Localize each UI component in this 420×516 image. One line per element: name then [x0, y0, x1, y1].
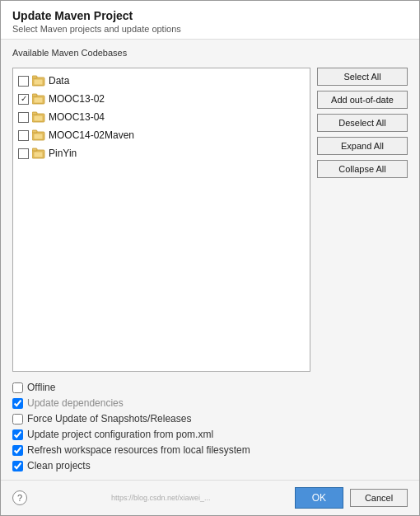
project-name: MOOC13-04 [49, 111, 105, 123]
folder-icon [32, 111, 45, 123]
ok-button[interactable]: OK [295, 487, 343, 509]
dialog-header: Update Maven Project Select Maven projec… [1, 1, 419, 40]
action-buttons: Select All Add out-of-date Deselect All … [317, 68, 408, 372]
dialog-footer: ? https://blog.csdn.net/xiawei_... OK Ca… [1, 480, 419, 515]
option-label-update_deps: Update dependencies [27, 397, 124, 409]
project-name: MOOC13-02 [49, 93, 105, 105]
expand-all-button[interactable]: Expand All [317, 137, 408, 155]
option-label-force_update: Force Update of Snapshots/Releases [27, 413, 191, 425]
watermark: https://blog.csdn.net/xiawei_... [27, 494, 295, 502]
footer-left: ? [12, 490, 27, 505]
list-item[interactable]: MOOC13-02 [13, 90, 310, 108]
list-item[interactable]: MOOC14-02Maven [13, 126, 310, 144]
project-checkbox-mooc13-02[interactable] [18, 94, 29, 105]
project-checkbox-mooc14-02maven[interactable] [18, 130, 29, 141]
folder-icon [32, 93, 45, 105]
svg-rect-1 [32, 76, 37, 78]
svg-rect-10 [32, 130, 37, 133]
folder-icon [32, 148, 45, 159]
footer-right: OK Cancel [295, 487, 408, 509]
option-item-update_deps[interactable]: Update dependencies [12, 397, 408, 409]
option-checkbox-offline[interactable] [12, 382, 23, 393]
cancel-button[interactable]: Cancel [350, 489, 408, 507]
help-button[interactable]: ? [12, 490, 27, 505]
svg-rect-11 [34, 134, 43, 139]
section-label: Available Maven Codebases [12, 48, 408, 58]
main-content: Data MOOC13-02 MOOC13-04 MOOC14-02Maven … [12, 68, 408, 372]
option-item-refresh_workspace[interactable]: Refresh workspace resources from local f… [12, 444, 408, 456]
option-label-update_config: Update project configuration from pom.xm… [27, 429, 213, 440]
option-label-offline: Offline [27, 382, 55, 393]
svg-rect-8 [34, 115, 43, 121]
project-name: Data [49, 75, 69, 87]
option-label-refresh_workspace: Refresh workspace resources from local f… [27, 444, 250, 456]
dialog-title: Update Maven Project [12, 9, 408, 22]
option-checkbox-refresh_workspace[interactable] [12, 445, 23, 456]
select-all-button[interactable]: Select All [317, 68, 408, 86]
options-section: OfflineUpdate dependenciesForce Update o… [12, 378, 408, 471]
option-item-force_update[interactable]: Force Update of Snapshots/Releases [12, 413, 408, 425]
folder-icon [32, 129, 45, 141]
update-maven-dialog: Update Maven Project Select Maven projec… [0, 0, 420, 516]
svg-rect-4 [32, 94, 37, 96]
folder-icon [32, 75, 45, 87]
option-item-update_config[interactable]: Update project configuration from pom.xm… [12, 429, 408, 440]
svg-rect-5 [34, 97, 43, 103]
deselect-all-button[interactable]: Deselect All [317, 114, 408, 132]
list-item[interactable]: Data [13, 72, 310, 90]
svg-rect-14 [34, 152, 43, 157]
list-item[interactable]: MOOC13-04 [13, 108, 310, 126]
project-checkbox-pinyin[interactable] [18, 148, 29, 159]
project-checkbox-mooc13-04[interactable] [18, 112, 29, 123]
option-checkbox-clean_projects[interactable] [12, 461, 23, 471]
add-out-of-date-button[interactable]: Add out-of-date [317, 91, 408, 109]
dialog-subtitle: Select Maven projects and update options [12, 24, 408, 34]
codebase-list[interactable]: Data MOOC13-02 MOOC13-04 MOOC14-02Maven … [12, 68, 310, 372]
project-name: PinYin [49, 148, 77, 159]
list-item[interactable]: PinYin [13, 144, 310, 162]
svg-rect-7 [32, 112, 37, 115]
collapse-all-button[interactable]: Collapse All [317, 160, 408, 178]
dialog-body: Available Maven Codebases Data MOOC13-02… [1, 40, 419, 480]
option-checkbox-update_deps[interactable] [12, 398, 23, 409]
option-label-clean_projects: Clean projects [27, 460, 91, 471]
option-item-offline[interactable]: Offline [12, 382, 408, 393]
option-checkbox-update_config[interactable] [12, 429, 23, 440]
option-checkbox-force_update[interactable] [12, 414, 23, 425]
project-name: MOOC14-02Maven [49, 129, 134, 141]
svg-rect-13 [32, 148, 37, 151]
svg-rect-2 [34, 79, 43, 85]
project-checkbox-data[interactable] [18, 76, 29, 87]
option-item-clean_projects[interactable]: Clean projects [12, 460, 408, 471]
